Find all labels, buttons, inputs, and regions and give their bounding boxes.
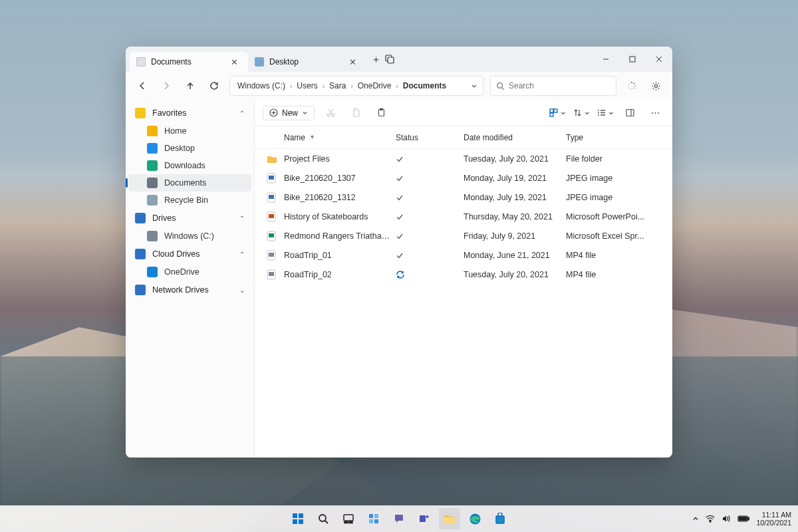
- sidebar-item-home[interactable]: Home: [126, 122, 254, 140]
- taskbar-taskview-button[interactable]: [338, 508, 359, 529]
- svg-rect-36: [626, 110, 634, 116]
- sidebar-section-network-drives[interactable]: Network Drives⌄: [126, 281, 254, 299]
- back-button[interactable]: [134, 77, 151, 94]
- taskbar-store-button[interactable]: [489, 508, 511, 529]
- file-icon: [267, 173, 284, 184]
- sidebar-item-label: Desktop: [164, 144, 195, 153]
- maximize-button[interactable]: [619, 47, 646, 72]
- sidebar-item-recycle-bin[interactable]: Recycle Bin: [126, 192, 254, 209]
- battery-icon[interactable]: [737, 515, 749, 522]
- file-date: Monday, July 19, 2021: [464, 174, 566, 183]
- search-input[interactable]: Search: [490, 76, 616, 96]
- tray-overflow-button[interactable]: [692, 515, 699, 522]
- folder-icon: [147, 160, 158, 171]
- file-date: Thursday, May 20, 2021: [464, 212, 566, 221]
- cut-button[interactable]: [321, 104, 340, 122]
- svg-line-23: [329, 109, 332, 114]
- details-pane-button[interactable]: [620, 104, 639, 122]
- svg-point-16: [654, 84, 657, 87]
- file-row[interactable]: RoadTrip_01Monday, June 21, 2021MP4 file: [255, 245, 672, 265]
- taskbar-widgets-button[interactable]: [363, 508, 384, 529]
- minimize-button[interactable]: [593, 47, 619, 72]
- file-name: Bike_210620_1312: [284, 193, 396, 202]
- sidebar-section-cloud-drives[interactable]: Cloud Drives⌃: [126, 245, 254, 263]
- column-header-status[interactable]: Status: [396, 133, 464, 142]
- new-button[interactable]: New: [263, 106, 315, 120]
- tab-overview-button[interactable]: [385, 55, 404, 64]
- window-controls: [593, 47, 672, 72]
- file-name: RoadTrip_02: [284, 270, 396, 279]
- sort-order-button[interactable]: [573, 104, 590, 122]
- tab-desktop[interactable]: Desktop ✕: [248, 52, 366, 72]
- file-row[interactable]: Redmond Rangers TriathalonFriday, July 9…: [255, 226, 672, 245]
- volume-icon[interactable]: [722, 515, 731, 523]
- svg-rect-64: [369, 519, 373, 523]
- start-button[interactable]: [287, 508, 309, 529]
- sidebar-item-onedrive[interactable]: OneDrive: [126, 263, 254, 281]
- sidebar-item-label: Home: [164, 126, 186, 136]
- sidebar-section-favorites[interactable]: Favorites⌃: [126, 104, 254, 122]
- close-tab-button[interactable]: ✕: [346, 56, 360, 68]
- taskbar-search-button[interactable]: [313, 508, 334, 529]
- svg-rect-48: [269, 233, 274, 237]
- forward-button[interactable]: [158, 77, 175, 94]
- svg-point-11: [634, 88, 634, 88]
- new-tab-button[interactable]: ＋: [366, 53, 385, 66]
- file-row[interactable]: RoadTrip_02Tuesday, July 20, 2021MP4 fil…: [255, 265, 672, 284]
- taskbar-chat-button[interactable]: [388, 508, 410, 529]
- column-header-name[interactable]: Name: [284, 133, 396, 142]
- command-bar: New: [255, 100, 672, 126]
- settings-button[interactable]: [647, 77, 664, 94]
- svg-rect-29: [550, 113, 553, 116]
- file-status: [396, 251, 464, 259]
- file-row[interactable]: Project FilesTuesday, July 20, 2021File …: [255, 149, 672, 168]
- refresh-button[interactable]: [205, 77, 223, 94]
- column-header-date[interactable]: Date modified: [464, 133, 566, 142]
- svg-line-22: [329, 109, 333, 114]
- breadcrumb-segment[interactable]: Users: [295, 80, 319, 92]
- copy-button[interactable]: [346, 104, 365, 122]
- svg-rect-44: [269, 195, 274, 199]
- svg-rect-28: [554, 109, 557, 112]
- file-status: [396, 213, 464, 221]
- more-button[interactable]: [646, 104, 664, 122]
- section-icon: [135, 213, 146, 223]
- breadcrumb-segment[interactable]: OneDrive: [356, 80, 394, 92]
- sidebar-item-downloads[interactable]: Downloads: [126, 157, 254, 174]
- clock[interactable]: 11:11 AM 10/20/2021: [756, 511, 791, 527]
- tab-documents[interactable]: Documents ✕: [130, 52, 248, 72]
- section-icon: [135, 108, 146, 118]
- up-button[interactable]: [182, 77, 199, 94]
- sidebar-item-documents[interactable]: Documents: [128, 174, 251, 192]
- file-row[interactable]: Bike_210620_1312Monday, July 19, 2021JPE…: [255, 188, 672, 207]
- taskbar-explorer-button[interactable]: [439, 508, 460, 529]
- file-row[interactable]: Bike_210620_1307Monday, July 19, 2021JPE…: [255, 168, 672, 188]
- sidebar-item-windows-c-[interactable]: Windows (C:): [126, 227, 254, 245]
- address-bar[interactable]: Windows (C:)› Users› Sara› OneDrive› Doc…: [229, 76, 483, 96]
- section-label: Drives: [152, 213, 176, 223]
- check-icon: [396, 155, 404, 163]
- wifi-icon[interactable]: [706, 515, 715, 523]
- breadcrumb-segment[interactable]: Documents: [401, 80, 448, 92]
- close-tab-button[interactable]: ✕: [227, 56, 241, 68]
- breadcrumb-segment[interactable]: Windows (C:): [235, 80, 287, 92]
- address-dropdown-button[interactable]: [471, 82, 477, 89]
- breadcrumb-segment[interactable]: Sara: [327, 80, 348, 92]
- taskbar-teams-button[interactable]: [414, 508, 435, 529]
- column-header-type[interactable]: Type: [566, 133, 652, 142]
- sidebar-item-desktop[interactable]: Desktop: [126, 140, 254, 157]
- taskbar-edge-button[interactable]: [464, 508, 485, 529]
- svg-rect-53: [293, 513, 297, 518]
- svg-rect-60: [344, 522, 348, 523]
- close-window-button[interactable]: [646, 47, 672, 72]
- svg-line-58: [325, 521, 328, 523]
- sidebar-section-drives[interactable]: Drives⌃: [126, 209, 254, 227]
- file-row[interactable]: History of SkateboardsThursday, May 20, …: [255, 207, 672, 226]
- sort-button[interactable]: [549, 104, 566, 122]
- view-button[interactable]: [597, 104, 614, 122]
- plus-circle-icon: [269, 108, 278, 117]
- svg-rect-63: [374, 514, 378, 518]
- svg-rect-74: [748, 517, 749, 520]
- svg-rect-56: [299, 519, 303, 524]
- paste-button[interactable]: [372, 104, 390, 122]
